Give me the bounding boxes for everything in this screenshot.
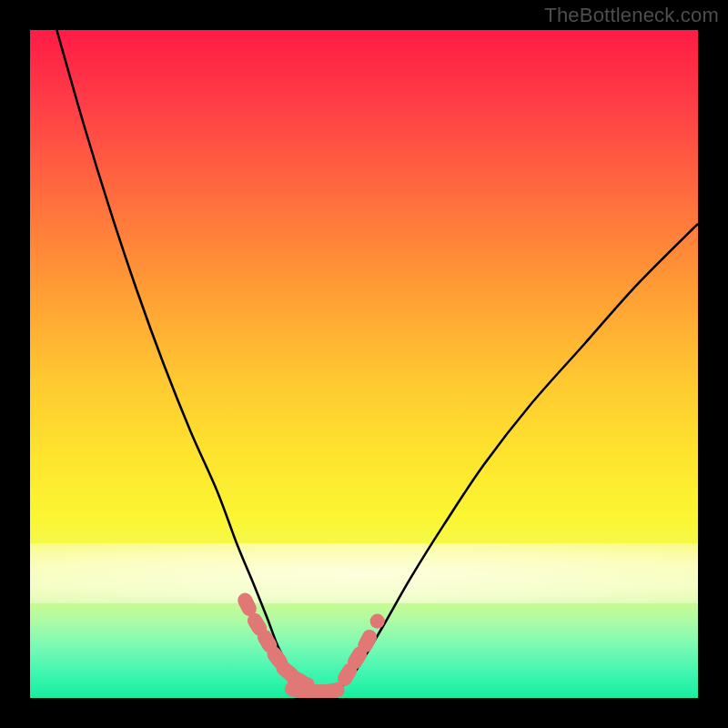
sausage-segment <box>345 671 349 679</box>
sausage-segment <box>274 654 279 662</box>
sausage-segment <box>255 621 259 629</box>
sausage-segment <box>265 637 269 645</box>
sausage-markers-left <box>245 601 307 685</box>
curve-right-path <box>338 224 698 690</box>
curve-layer <box>30 30 698 698</box>
bottleneck-curve <box>56 30 698 690</box>
flat-bottom-markers <box>292 689 338 693</box>
watermark-text: TheBottleneck.com <box>544 4 719 27</box>
sausage-segment <box>293 677 301 682</box>
sausage-segment <box>245 601 249 609</box>
plot-area <box>30 30 698 698</box>
sausage-segment <box>355 654 359 662</box>
curve-left-path <box>56 30 310 690</box>
sausage-segment <box>365 637 369 645</box>
sausage-markers-right <box>345 622 378 679</box>
chart-frame: TheBottleneck.com <box>0 0 728 728</box>
